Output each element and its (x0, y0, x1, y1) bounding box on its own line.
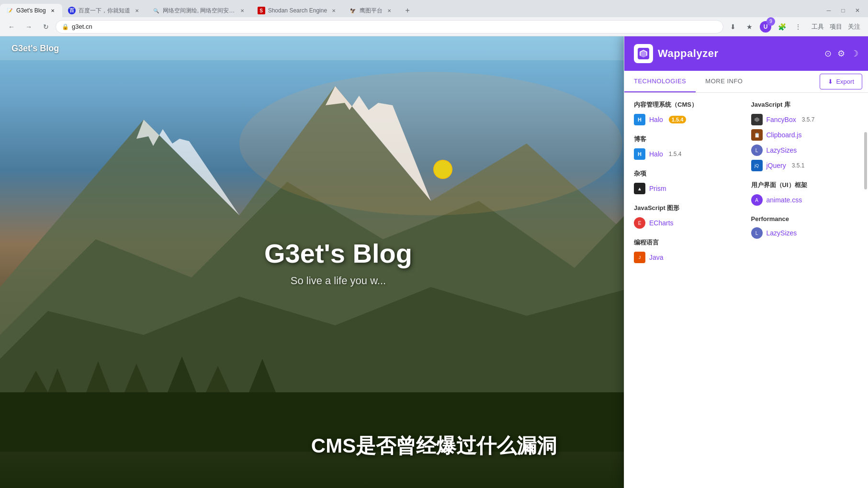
tech-echarts[interactable]: E ECharts (634, 217, 742, 229)
halo-cms-name[interactable]: Halo (649, 116, 663, 123)
minimize-button[interactable]: ─ (822, 4, 835, 17)
scrollbar-thumb[interactable] (864, 132, 867, 189)
tech-java[interactable]: J Java (634, 252, 742, 263)
echarts-name[interactable]: ECharts (649, 219, 674, 227)
close-window-button[interactable]: ✕ (851, 4, 864, 17)
export-icon: ⬇ (828, 78, 833, 85)
extensions-button[interactable]: 🧩 (774, 19, 789, 34)
section-programming-title: 编程语言 (634, 238, 742, 247)
animate-css-icon: A (751, 194, 763, 206)
tab-yingtupingtai[interactable]: 🦅 鹰图平台 ✕ (343, 4, 399, 17)
toolbar-link-2[interactable]: 项目 (830, 22, 842, 31)
tech-prism[interactable]: ▲ Prism (634, 183, 742, 194)
tech-halo-blog[interactable]: H Halo 1.5.4 (634, 148, 742, 160)
section-performance-title: Performance (751, 215, 859, 222)
jquery-name[interactable]: jQuery (767, 162, 786, 169)
address-bar[interactable]: 🔒 g3et.cn (56, 20, 723, 33)
tech-lazysizes-lib[interactable]: L LazySizes (751, 144, 859, 156)
halo-blog-name[interactable]: Halo (649, 150, 663, 158)
settings-icon[interactable]: ⚙ (837, 48, 845, 59)
tech-fancybox[interactable]: FancyBox 3.5.7 (751, 114, 859, 125)
toolbar-link-3[interactable]: 关注 (848, 22, 860, 31)
tab-favicon-3: 🔍 (152, 7, 160, 14)
clipboard-name[interactable]: Clipboard.js (767, 131, 802, 139)
settings-button[interactable]: ⋮ (790, 19, 806, 34)
toolbar-link-1[interactable]: 工具 (812, 22, 824, 31)
halo-cms-version-badge: 1.5.4 (669, 116, 686, 123)
url-text: g3et.cn (72, 23, 92, 30)
export-label: Export (836, 78, 854, 85)
section-misc: 杂项 ▲ Prism (634, 169, 742, 194)
left-column: 内容管理系统（CMS） H Halo 1.5.4 博客 H Halo (634, 100, 742, 273)
tab-close-3[interactable]: ✕ (238, 7, 246, 14)
refresh-button[interactable]: ↻ (38, 19, 54, 34)
echarts-icon: E (634, 217, 645, 229)
maximize-button[interactable]: □ (836, 4, 850, 17)
toolbar-right: ⬇ ★ U 9 🧩 ⋮ (725, 19, 806, 34)
tech-clipboard[interactable]: 📋 Clipboard.js (751, 129, 859, 141)
lazysizes-lib-name[interactable]: LazySizes (767, 146, 797, 154)
halo-cms-icon: H (634, 114, 645, 125)
panel-tabs: TECHNOLOGIES MORE INFO ⬇ Export (624, 71, 868, 93)
panel-content[interactable]: 内容管理系统（CMS） H Halo 1.5.4 博客 H Halo (624, 93, 868, 488)
tab-favicon-4: S (258, 7, 265, 14)
section-performance: Performance L LazySizes (751, 215, 859, 239)
forward-button[interactable]: → (21, 19, 36, 34)
jquery-icon: jQ (751, 160, 763, 171)
address-toolbar: ← → ↻ 🔒 g3et.cn ⬇ ★ U 9 🧩 ⋮ 工具 项目 关注 (0, 17, 868, 36)
tab-close-5[interactable]: ✕ (385, 7, 393, 14)
tab-g3et-blog[interactable]: 📝 G3et's Blog ✕ (0, 4, 62, 17)
blog-hero-subtitle: So live a life you w... (291, 275, 386, 287)
section-cms: 内容管理系统（CMS） H Halo 1.5.4 (634, 100, 742, 125)
panel-header-icons: ⊙ ⚙ ☽ (824, 48, 858, 59)
page-content: G3et's Blog 首页 归档 标签 关于 G3et's Blog So l… (0, 36, 868, 488)
tab-technologies[interactable]: TECHNOLOGIES (624, 71, 696, 92)
tab-title-2: 百度一下，你就知道 (79, 7, 130, 15)
tab-title-1: G3et's Blog (16, 7, 46, 14)
fancybox-version: 3.5.7 (802, 116, 815, 123)
section-js-libs-title: JavaScript 库 (751, 100, 859, 109)
java-name[interactable]: Java (649, 254, 664, 261)
tech-jquery[interactable]: jQ jQuery 3.5.1 (751, 160, 859, 171)
tab-close-2[interactable]: ✕ (133, 7, 141, 14)
java-icon: J (634, 252, 645, 263)
downloads-button[interactable]: ⬇ (725, 19, 741, 34)
tech-lazysizes-perf[interactable]: L LazySizes (751, 227, 859, 239)
jquery-version: 3.5.1 (792, 162, 805, 169)
prism-icon: ▲ (634, 183, 645, 194)
section-misc-title: 杂项 (634, 169, 742, 178)
tech-animate-css[interactable]: A animate.css (751, 194, 859, 206)
tab-more-info[interactable]: MORE INFO (696, 71, 752, 92)
panel-logo: Wappalyzer (634, 44, 718, 63)
tab-title-3: 网络空间测绘, 网络空间安全探索... (163, 7, 236, 15)
extra-toolbar: 工具 项目 关注 (808, 22, 864, 31)
bookmark-button[interactable]: ★ (742, 19, 757, 34)
tab-close-1[interactable]: ✕ (49, 7, 56, 14)
lazysizes-perf-name[interactable]: LazySizes (767, 229, 797, 237)
toggle-icon[interactable]: ⊙ (824, 48, 832, 59)
tab-favicon-1: 📝 (6, 7, 13, 14)
fancybox-name[interactable]: FancyBox (767, 116, 796, 123)
clipboard-icon: 📋 (751, 129, 763, 141)
tab-shodan[interactable]: S Shodan Search Engine ✕ (252, 4, 343, 17)
tech-columns: 内容管理系统（CMS） H Halo 1.5.4 博客 H Halo (634, 100, 858, 273)
tab-title-4: Shodan Search Engine (268, 7, 327, 14)
section-js-libs: JavaScript 库 FancyBox 3.5.7 📋 Clipboard.… (751, 100, 859, 171)
back-button[interactable]: ← (4, 19, 19, 34)
theme-icon[interactable]: ☽ (851, 48, 858, 59)
tab-zoomeye[interactable]: 🔍 网络空间测绘, 网络空间安全探索... ✕ (147, 4, 252, 17)
export-button[interactable]: ⬇ Export (820, 74, 862, 89)
animate-css-name[interactable]: animate.css (767, 196, 802, 204)
new-tab-button[interactable]: + (401, 4, 414, 17)
lazysizes-perf-icon: L (751, 227, 763, 239)
prism-name[interactable]: Prism (649, 185, 666, 192)
tech-halo-cms[interactable]: H Halo 1.5.4 (634, 114, 742, 125)
wappalyzer-panel: Wappalyzer ⊙ ⚙ ☽ TECHNOLOGIES MORE INFO … (624, 36, 868, 488)
section-blog: 博客 H Halo 1.5.4 (634, 135, 742, 160)
section-ui-framework: 用户界面（UI）框架 A animate.css (751, 181, 859, 206)
profile-button[interactable]: U 9 (758, 19, 773, 34)
tab-favicon-5: 🦅 (349, 7, 357, 14)
tab-close-4[interactable]: ✕ (330, 7, 338, 14)
tab-baidu[interactable]: 百 百度一下，你就知道 ✕ (62, 4, 147, 17)
section-cms-title: 内容管理系统（CMS） (634, 100, 742, 109)
